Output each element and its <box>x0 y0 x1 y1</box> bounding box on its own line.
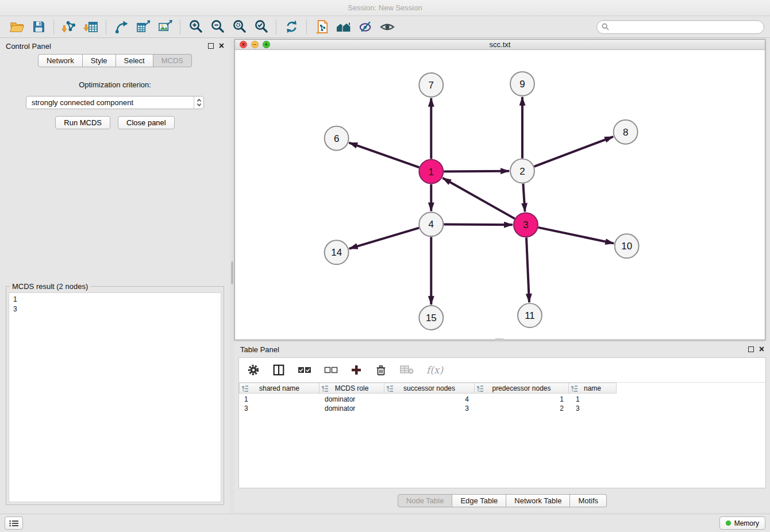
edge-2-3[interactable] <box>523 184 525 212</box>
tab-select[interactable]: Select <box>116 54 153 67</box>
column-header-MCDS-role[interactable]: MCDS role <box>319 383 384 394</box>
cell-predecessor-nodes[interactable]: 2 <box>476 404 571 413</box>
column-header-successor-nodes[interactable]: successor nodes <box>384 383 475 394</box>
tab-mcds[interactable]: MCDS <box>153 54 192 67</box>
float-panel-icon[interactable] <box>208 43 214 49</box>
column-header-name[interactable]: name <box>568 383 617 394</box>
node-15[interactable]: 15 <box>419 306 443 330</box>
export-table-button[interactable] <box>132 18 154 36</box>
plus-icon <box>351 364 362 376</box>
minimize-window-button[interactable]: − <box>251 41 259 48</box>
node-6[interactable]: 6 <box>325 126 349 151</box>
window-resize-grip[interactable] <box>495 338 504 341</box>
close-panel-button[interactable]: Close panel <box>118 116 175 129</box>
criterion-dropdown[interactable]: strongly connected component <box>26 96 204 109</box>
zoom-out-button[interactable] <box>206 18 228 36</box>
add-column-button[interactable] <box>351 364 362 376</box>
edge-1-2[interactable] <box>444 171 509 172</box>
edge-2-8[interactable] <box>534 137 614 167</box>
edge-3-10[interactable] <box>538 228 614 244</box>
zoom-window-button[interactable]: + <box>263 41 270 48</box>
search-input[interactable] <box>612 22 759 31</box>
svg-text:1: 1 <box>429 167 434 178</box>
float-panel-icon[interactable] <box>748 346 754 352</box>
cell-MCDS-role[interactable]: dominator <box>319 395 385 404</box>
tab-network[interactable]: Network <box>38 54 83 67</box>
table-row[interactable]: 1dominator411 <box>239 395 765 404</box>
network-graph[interactable]: 7968124310141511 <box>235 51 765 340</box>
tab-motifs[interactable]: Motifs <box>570 494 607 507</box>
node-9[interactable]: 9 <box>510 72 534 96</box>
edge-3-1[interactable] <box>442 178 515 219</box>
cell-successor-nodes[interactable]: 3 <box>385 404 476 413</box>
node-14[interactable]: 14 <box>325 240 349 264</box>
delete-table-button[interactable] <box>400 365 414 375</box>
node-2[interactable]: 2 <box>510 159 534 183</box>
export-network-button[interactable] <box>110 18 132 36</box>
network-window-titlebar[interactable]: ×−+ scc.txt <box>235 40 765 50</box>
edge-3-11[interactable] <box>526 237 529 302</box>
task-history-button[interactable] <box>5 516 23 530</box>
show-details-button[interactable] <box>376 18 398 36</box>
export-document-button[interactable] <box>311 18 333 36</box>
node-3[interactable]: 3 <box>514 213 538 237</box>
panel-split-divider[interactable] <box>230 38 234 514</box>
cell-predecessor-nodes[interactable]: 1 <box>476 395 571 404</box>
open-session-button[interactable] <box>6 18 28 36</box>
import-network-icon <box>61 19 77 34</box>
table-panel-header: Table Panel × <box>234 342 770 356</box>
edge-1-6[interactable] <box>349 142 419 167</box>
cell-name[interactable]: 3 <box>571 404 619 413</box>
svg-text:6: 6 <box>334 133 339 144</box>
node-1[interactable]: 1 <box>419 160 443 184</box>
close-panel-icon[interactable]: × <box>219 43 224 49</box>
annotations-button[interactable] <box>355 18 376 36</box>
import-network-button[interactable] <box>58 18 80 36</box>
column-header-predecessor-nodes[interactable]: predecessor nodes <box>474 383 569 394</box>
delete-column-button[interactable] <box>375 364 387 376</box>
close-window-button[interactable]: × <box>240 41 247 48</box>
node-7[interactable]: 7 <box>419 73 443 97</box>
zoom-fit-button[interactable] <box>228 18 250 36</box>
column-layout-button[interactable] <box>272 364 285 376</box>
zoom-out-icon <box>210 19 225 34</box>
tab-node-table[interactable]: Node Table <box>398 494 453 507</box>
tab-network-table[interactable]: Network Table <box>506 494 570 507</box>
import-table-button[interactable] <box>80 18 102 36</box>
split-drag-handle[interactable] <box>231 261 233 284</box>
table-settings-button[interactable] <box>247 364 260 376</box>
tab-edge-table[interactable]: Edge Table <box>452 494 506 507</box>
cell-MCDS-role[interactable]: dominator <box>319 404 385 413</box>
export-image-button[interactable] <box>154 18 176 36</box>
column-header-shared-name[interactable]: shared name <box>239 383 319 394</box>
edge-4-3[interactable] <box>444 224 513 225</box>
search-field[interactable] <box>596 20 764 34</box>
cell-name[interactable]: 1 <box>571 395 619 404</box>
select-all-columns-button[interactable] <box>298 366 311 374</box>
zoom-in-button[interactable] <box>184 18 206 36</box>
run-mcds-button[interactable]: Run MCDS <box>55 116 110 129</box>
cell-successor-nodes[interactable]: 4 <box>385 395 476 404</box>
node-8[interactable]: 8 <box>614 120 638 144</box>
zoom-selected-button[interactable] <box>250 18 272 36</box>
table-header-row: shared nameMCDS rolesuccessor nodesprede… <box>239 383 765 394</box>
node-4[interactable]: 4 <box>419 212 443 236</box>
toolbar-separator <box>306 20 307 34</box>
tab-style[interactable]: Style <box>83 54 116 67</box>
cell-shared-name[interactable]: 1 <box>239 395 319 404</box>
deselect-all-columns-button[interactable] <box>324 366 338 374</box>
ndex-button[interactable] <box>333 18 355 36</box>
memory-button[interactable]: Memory <box>719 516 765 530</box>
edge-4-14[interactable] <box>349 228 419 249</box>
network-canvas[interactable]: 7968124310141511 <box>235 51 765 340</box>
table-row[interactable]: 3dominator323 <box>239 404 765 413</box>
function-builder-button[interactable]: f(x) <box>426 364 443 376</box>
close-panel-icon[interactable]: × <box>759 346 764 352</box>
table-panel-tabs: Node TableEdge TableNetwork TableMotifs <box>234 494 770 507</box>
cell-shared-name[interactable]: 3 <box>239 404 319 413</box>
save-session-button[interactable] <box>28 18 49 36</box>
mcds-result-list[interactable]: 13 <box>9 292 221 502</box>
node-11[interactable]: 11 <box>518 303 542 327</box>
apply-layout-button[interactable] <box>280 18 302 36</box>
node-10[interactable]: 10 <box>615 234 639 258</box>
